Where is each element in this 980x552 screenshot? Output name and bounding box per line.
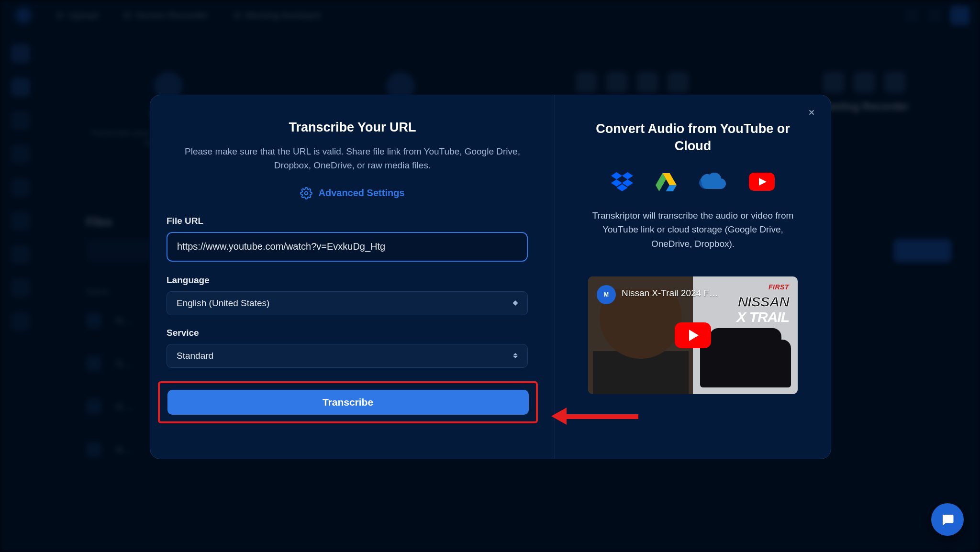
- service-label: Service: [167, 328, 538, 338]
- modal-right-panel: Convert Audio from YouTube or Cloud: [555, 95, 831, 459]
- video-channel-logo: M: [597, 285, 616, 304]
- video-preview[interactable]: M Nissan X-Trail 2024 F… FIRST NISSAN X …: [588, 276, 798, 394]
- file-url-input[interactable]: [167, 232, 528, 262]
- language-value: English (United States): [177, 298, 269, 309]
- video-title: Nissan X-Trail 2024 F…: [622, 288, 718, 298]
- advanced-settings-label: Advanced Settings: [318, 188, 404, 199]
- close-button[interactable]: [805, 106, 818, 119]
- svg-marker-7: [666, 185, 677, 191]
- video-car-figure: [700, 340, 791, 387]
- service-select[interactable]: Standard: [167, 344, 528, 368]
- svg-marker-2: [622, 172, 633, 179]
- chat-icon: [940, 512, 955, 527]
- transcribe-button[interactable]: Transcribe: [167, 390, 529, 415]
- advanced-settings-link[interactable]: Advanced Settings: [167, 187, 538, 199]
- modal-title: Transcribe Your URL: [167, 120, 538, 135]
- file-url-label: File URL: [167, 216, 538, 226]
- chat-fab[interactable]: [931, 503, 964, 536]
- right-panel-title: Convert Audio from YouTube or Cloud: [592, 120, 793, 155]
- video-brand-line2: TRAIL: [749, 309, 789, 325]
- svg-point-0: [305, 192, 308, 195]
- onedrive-icon: [699, 173, 727, 191]
- modal-subtitle: Please make sure that the URL is valid. …: [171, 144, 535, 173]
- video-brand-line1: NISSAN: [738, 294, 789, 310]
- video-brand-top: FIRST: [768, 283, 789, 291]
- chevron-updown-icon: [513, 353, 518, 358]
- language-label: Language: [167, 275, 538, 286]
- cloud-service-icons: [611, 172, 775, 191]
- service-value: Standard: [177, 351, 213, 361]
- annotation-highlight-box: Transcribe: [158, 381, 538, 423]
- svg-marker-1: [611, 172, 622, 179]
- youtube-icon: [749, 173, 775, 191]
- video-person-figure: [593, 289, 689, 394]
- play-button-icon: [675, 322, 711, 348]
- gear-icon: [300, 187, 312, 199]
- right-panel-description: Transkriptor will transcribe the audio o…: [588, 209, 798, 251]
- language-select[interactable]: English (United States): [167, 291, 528, 315]
- transcribe-url-modal: Transcribe Your URL Please make sure tha…: [150, 95, 831, 459]
- close-icon: [807, 108, 816, 117]
- google-drive-icon: [655, 172, 677, 191]
- chevron-updown-icon: [513, 300, 518, 306]
- dropbox-icon: [611, 172, 633, 191]
- modal-left-panel: Transcribe Your URL Please make sure tha…: [150, 95, 555, 459]
